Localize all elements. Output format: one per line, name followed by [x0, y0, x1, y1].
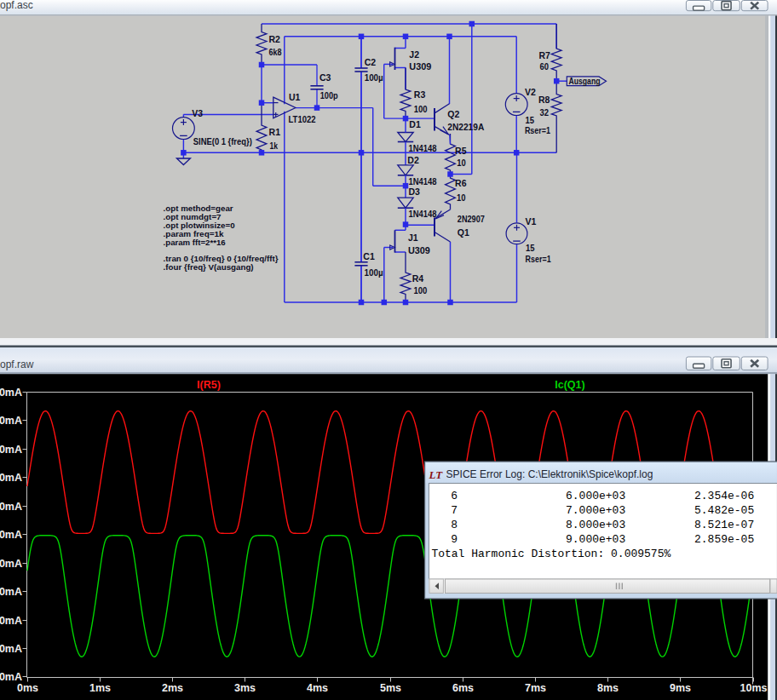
svg-text:60: 60	[540, 61, 550, 72]
svg-text:C2: C2	[365, 57, 377, 67]
svg-text:U1: U1	[289, 92, 301, 102]
svg-text:D2: D2	[407, 155, 419, 165]
svg-text:R3: R3	[414, 89, 426, 100]
svg-text:32: 32	[540, 107, 550, 118]
svg-text:2ms: 2ms	[162, 682, 183, 694]
svg-text:7.000e+03: 7.000e+03	[566, 504, 625, 517]
svg-text:0mA: 0mA	[0, 415, 22, 427]
svg-text:0mA: 0mA	[0, 444, 22, 456]
svg-text:0ms: 0ms	[17, 682, 38, 694]
svg-text:C3: C3	[319, 72, 331, 83]
svg-text:R5: R5	[455, 146, 467, 156]
svg-text:1N4148: 1N4148	[408, 176, 436, 186]
svg-text:8: 8	[451, 519, 458, 531]
svg-text:.opt plotwinsize=0: .opt plotwinsize=0	[164, 221, 235, 230]
svg-text:Ic(Q1): Ic(Q1)	[555, 379, 584, 391]
svg-text:kopf.asc: kopf.asc	[0, 0, 33, 11]
svg-text:6: 6	[451, 490, 458, 502]
svg-text:V3: V3	[192, 108, 203, 118]
svg-text:9.000e+03: 9.000e+03	[566, 533, 625, 546]
svg-text:9ms: 9ms	[670, 682, 691, 694]
svg-text:I(R5): I(R5)	[197, 379, 221, 391]
svg-text:kopf.raw: kopf.raw	[0, 359, 34, 370]
svg-text:2N2907: 2N2907	[458, 214, 485, 224]
svg-text:8.521e-07: 8.521e-07	[694, 519, 754, 531]
svg-text:.param freq=1k: .param freq=1k	[164, 230, 225, 238]
svg-text:1N4148: 1N4148	[408, 143, 436, 153]
svg-text:0mA: 0mA	[0, 643, 22, 655]
svg-text:1N4148: 1N4148	[408, 209, 436, 219]
svg-text:C1: C1	[363, 251, 375, 261]
svg-text:10ms: 10ms	[740, 682, 768, 694]
svg-text:R8: R8	[538, 95, 550, 105]
svg-text:4ms: 4ms	[307, 682, 328, 694]
svg-text:10: 10	[457, 158, 466, 168]
svg-text:R6: R6	[455, 178, 467, 188]
svg-text:5ms: 5ms	[380, 682, 401, 694]
svg-text:100p: 100p	[320, 90, 338, 100]
svg-text:Q1: Q1	[458, 227, 469, 238]
svg-text:0mA: 0mA	[0, 586, 22, 598]
svg-text:Ausgang: Ausgang	[569, 76, 601, 86]
svg-text:R7: R7	[538, 50, 550, 60]
svg-text:.four {freq} V(ausgang): .four {freq} V(ausgang)	[164, 263, 254, 272]
svg-text:LT: LT	[429, 468, 444, 481]
svg-text:7ms: 7ms	[525, 682, 546, 694]
svg-text:D3: D3	[408, 186, 420, 197]
svg-text:LT1022: LT1022	[289, 114, 316, 124]
svg-text:2.354e-06: 2.354e-06	[694, 490, 754, 502]
svg-text:7: 7	[451, 504, 458, 517]
svg-text:U309: U309	[408, 245, 430, 255]
svg-text:.tran 0 {10/freq} 0 {10/freq/f: .tran 0 {10/freq} 0 {10/freq/fft}	[164, 255, 279, 263]
svg-text:.param fft=2**16: .param fft=2**16	[164, 238, 226, 247]
svg-text:8.000e+03: 8.000e+03	[566, 519, 625, 531]
svg-text:0mA: 0mA	[0, 529, 22, 541]
svg-text:10: 10	[457, 192, 466, 203]
svg-text:2.859e-05: 2.859e-05	[694, 533, 754, 546]
svg-text:6ms: 6ms	[452, 682, 474, 694]
svg-text:R2: R2	[269, 34, 281, 44]
svg-text:1k: 1k	[269, 141, 278, 151]
svg-text:Q2: Q2	[447, 109, 459, 119]
svg-text:5.482e-05: 5.482e-05	[694, 504, 754, 517]
svg-text:J2: J2	[409, 49, 419, 60]
svg-text:.opt method=gear: .opt method=gear	[164, 204, 234, 213]
svg-text:100: 100	[414, 104, 428, 114]
svg-text:.opt numdgt=7: .opt numdgt=7	[164, 213, 222, 221]
svg-text:0mA: 0mA	[0, 501, 22, 513]
svg-text:0mA: 0mA	[0, 472, 22, 484]
svg-text:3ms: 3ms	[234, 682, 256, 694]
svg-text:SPICE Error Log: C:\Elektronik: SPICE Error Log: C:\Elektronik\Spice\kop…	[446, 468, 653, 480]
svg-text:0mA: 0mA	[0, 387, 22, 399]
svg-text:V2: V2	[525, 87, 536, 97]
svg-text:R1: R1	[269, 127, 281, 137]
svg-text:Rser=1: Rser=1	[526, 254, 551, 264]
svg-text:Total Harmonic Distortion: 0.0: Total Harmonic Distortion: 0.009575%	[431, 548, 671, 560]
svg-text:SINE(0 1 {freq}): SINE(0 1 {freq})	[193, 136, 252, 146]
svg-text:J1: J1	[408, 232, 418, 243]
svg-text:15: 15	[526, 243, 535, 253]
svg-text:0mA: 0mA	[0, 615, 22, 627]
svg-text:1ms: 1ms	[89, 682, 111, 694]
svg-text:R4: R4	[412, 273, 424, 284]
svg-text:D1: D1	[409, 119, 421, 129]
svg-text:100: 100	[414, 285, 428, 295]
svg-text:V1: V1	[526, 216, 537, 227]
svg-text:6k8: 6k8	[269, 47, 282, 57]
svg-text:6.000e+03: 6.000e+03	[566, 490, 625, 502]
svg-text:100µ: 100µ	[365, 267, 383, 278]
svg-text:9: 9	[451, 533, 458, 546]
svg-text:100µ: 100µ	[365, 72, 383, 83]
svg-text:Rser=1: Rser=1	[525, 125, 550, 135]
svg-text:8ms: 8ms	[597, 682, 619, 694]
svg-text:U309: U309	[409, 61, 431, 72]
svg-text:0mA: 0mA	[0, 558, 22, 570]
svg-text:2N2219A: 2N2219A	[447, 122, 484, 132]
svg-text:15: 15	[526, 115, 535, 125]
